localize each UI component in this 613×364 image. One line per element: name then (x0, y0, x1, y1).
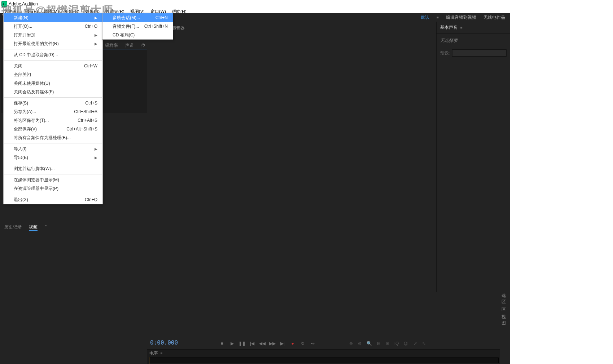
rewind-button[interactable]: ◀◀ (260, 341, 265, 346)
menu-shortcut: Ctrl+Alt+Shift+S (66, 126, 97, 132)
column-header[interactable]: 声道 (125, 43, 134, 49)
file-menu-item[interactable]: 关闭未使用媒体(U) (4, 79, 102, 88)
skip-button[interactable]: ⇔ (310, 341, 315, 346)
play-button[interactable]: ▶ (229, 341, 235, 346)
menu-item-label: 将选区保存为(T)... (14, 117, 49, 124)
file-menu-item[interactable]: 从 CD 中提取音频(D)... (4, 50, 102, 59)
file-menu-item[interactable]: 导出(E)▶ (4, 153, 102, 162)
menu-item-label: 将所有音频保存为批处理(B)... (14, 135, 71, 141)
menu-item-label: 导入(I) (14, 146, 26, 152)
new-submenu-item[interactable]: 音频文件(F)...Ctrl+Shift+N (102, 22, 173, 31)
go-end-button[interactable]: ▶| (280, 341, 285, 346)
menu-item-label: 保存(S) (14, 100, 28, 106)
file-menu-item[interactable]: 关闭会话及其媒体(F) (4, 88, 102, 96)
panel-tab[interactable]: 历史记录 (4, 224, 22, 231)
selection-label: 区 (500, 306, 510, 313)
file-menu-item[interactable]: 新建(N)▶ (4, 13, 102, 22)
stop-button[interactable]: ■ (219, 341, 224, 346)
menu-item-label: 关闭未使用媒体(U) (14, 80, 50, 86)
menu-item-label: 关闭会话及其媒体(F) (14, 89, 54, 95)
go-start-button[interactable]: |◀ (250, 341, 255, 346)
zoom-button[interactable]: 🔍 (367, 341, 372, 346)
record-button[interactable]: ● (290, 341, 295, 346)
menu-shortcut: Ctrl+O (85, 24, 97, 29)
app-logo-icon: Au (1, 1, 7, 7)
menu-item-label: 音频文件(F)... (113, 23, 139, 30)
file-menu-item[interactable]: 打开最近使用的文件(R)▶ (4, 39, 102, 48)
workspace-bar: 默认≡编辑音频到视频无线电作品 (416, 13, 510, 22)
file-menu-item[interactable]: 导入(I)▶ (4, 145, 102, 153)
file-menu-item[interactable]: 全部保存(V)Ctrl+Alt+Shift+S (4, 125, 102, 133)
file-menu-item[interactable]: 保存(S)Ctrl+S (4, 99, 102, 107)
zoom-button[interactable]: ⤡ (422, 341, 426, 346)
zoom-button[interactable]: ⊞ (386, 341, 389, 346)
panel-menu-icon[interactable]: ≡ (45, 224, 47, 231)
levels-panel: 电平 ≡ (147, 349, 500, 364)
essential-sound-panel: 基本声音 ≡ 无选择项 预设: (436, 22, 510, 292)
menu-item-label: 全部保存(V) (14, 126, 37, 132)
file-menu-item[interactable]: 将所有音频保存为批处理(B)... (4, 133, 102, 142)
menu-separator (4, 49, 102, 49)
zoom-button[interactable]: IQ (394, 341, 399, 346)
workspace-tab[interactable]: 默认 (421, 14, 429, 21)
file-menu-item[interactable]: 打开(O)...Ctrl+O (4, 22, 102, 31)
file-menu-item[interactable]: 在媒体浏览器中显示(M) (4, 176, 102, 184)
level-meter[interactable] (149, 358, 499, 363)
file-menu-item[interactable]: 将选区保存为(T)...Ctrl+Alt+S (4, 116, 102, 125)
new-submenu[interactable]: 多轨会话(M)...Ctrl+N音频文件(F)...Ctrl+Shift+NCD… (102, 13, 173, 40)
new-submenu-item[interactable]: 多轨会话(M)...Ctrl+N (102, 13, 173, 22)
menu-shortcut: Ctrl+Q (85, 197, 97, 202)
menu-shortcut: Ctrl+Alt+S (78, 118, 97, 123)
file-menu-item[interactable]: 退出(X)Ctrl+Q (4, 195, 102, 204)
workspace-tab[interactable]: 无线电作品 (483, 14, 505, 21)
menu-item-label: 新建(N) (14, 15, 29, 21)
menu-shortcut: Ctrl+Shift+S (74, 109, 97, 114)
editor-tab-mixer[interactable]: 混音器 (172, 25, 185, 31)
selection-label: 视图 (500, 313, 510, 327)
menu-separator (4, 143, 102, 143)
submenu-arrow-icon: ▶ (95, 16, 97, 20)
zoom-button[interactable]: ⤢ (413, 341, 417, 346)
file-menu-item[interactable]: 在资源管理器中显示(P) (4, 184, 102, 193)
zoom-button[interactable]: ⊕ (349, 341, 353, 346)
file-menu-item[interactable]: 另存为(A)...Ctrl+Shift+S (4, 107, 102, 116)
menu-item-label: 另存为(A)... (14, 109, 36, 115)
selection-view-panel: 选区区视图 (500, 292, 510, 364)
forward-button[interactable]: ▶▶ (270, 341, 275, 346)
menu-separator (4, 60, 102, 61)
preset-label: 预设: (440, 50, 450, 56)
preset-dropdown[interactable] (452, 49, 507, 57)
menu-item-label: 打开(O)... (14, 23, 32, 30)
menu-item-label: 导出(E) (14, 155, 28, 161)
file-menu-item[interactable]: 全部关闭 (4, 70, 102, 79)
workspace-tab[interactable]: 编辑音频到视频 (446, 14, 476, 21)
panel-menu-icon[interactable]: ≡ (460, 26, 463, 30)
selection-label: 选区 (500, 292, 510, 306)
pause-button[interactable]: ❚❚ (240, 341, 245, 346)
column-header[interactable]: 采样率 (105, 43, 118, 49)
timecode[interactable]: 0:00.000 (150, 339, 178, 346)
menu-shortcut: Ctrl+W (84, 63, 97, 68)
file-menu[interactable]: 新建(N)▶打开(O)...Ctrl+O打开并附加▶打开最近使用的文件(R)▶从… (3, 13, 103, 204)
column-header[interactable]: 位 (141, 43, 145, 49)
file-menu-item[interactable]: 关闭Ctrl+W (4, 62, 102, 70)
loop-button[interactable]: ↻ (300, 341, 305, 346)
submenu-arrow-icon: ▶ (95, 42, 97, 46)
menu-item-label: 在资源管理器中显示(P) (14, 186, 58, 192)
menu-item-label: 打开并附加 (14, 32, 35, 38)
submenu-arrow-icon: ▶ (95, 147, 97, 151)
zoom-button[interactable]: ⊟ (377, 341, 381, 346)
menu-item-label: 退出(X) (14, 197, 28, 203)
file-menu-item[interactable]: 打开并附加▶ (4, 31, 102, 39)
levels-menu-icon[interactable]: ≡ (161, 351, 163, 355)
new-submenu-item[interactable]: CD 布局(C) (102, 31, 173, 39)
panel-tab[interactable]: 视频 (29, 224, 38, 231)
menu-item-label: 在媒体浏览器中显示(M) (14, 177, 59, 183)
menu-item-label: 全部关闭 (14, 72, 31, 78)
transport-buttons: ■▶❚❚|◀◀◀▶▶▶|●↻⇔ (219, 341, 315, 346)
zoom-button[interactable]: ⊖ (358, 341, 362, 346)
essential-sound-title: 基本声音 (440, 25, 457, 31)
workspace-menu-icon[interactable]: ≡ (437, 15, 439, 19)
file-menu-item[interactable]: 浏览并运行脚本(W)... (4, 164, 102, 173)
zoom-button[interactable]: QI (404, 341, 408, 346)
